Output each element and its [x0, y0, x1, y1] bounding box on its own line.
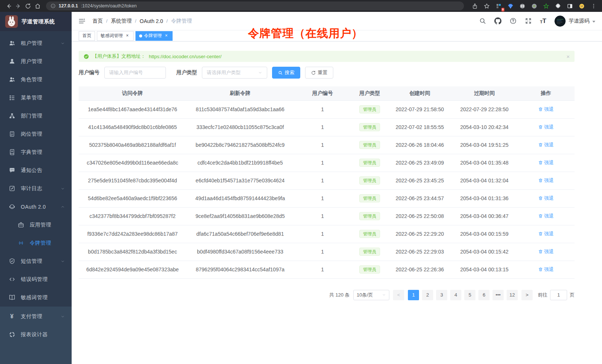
page-button-12[interactable]: 12	[507, 290, 518, 300]
next-page-button[interactable]: >	[521, 290, 533, 300]
star-extension-button[interactable]	[541, 1, 551, 11]
annotation-overlay: 令牌管理（在线用户）	[248, 26, 363, 41]
page-content: 【用户体系】文档地址：https://doc.iocoder.cn/user-c…	[72, 42, 602, 364]
force-logout-button[interactable]: 强退	[538, 195, 554, 202]
breadcrumb-item[interactable]: 系统管理	[111, 18, 132, 24]
page-button-6[interactable]: 6	[478, 290, 490, 300]
alert-doc-link[interactable]: https://doc.iocoder.cn/user-center/	[149, 54, 222, 59]
emoji-extension-button[interactable]	[577, 1, 586, 11]
badge-icon	[9, 131, 15, 138]
reload-button[interactable]	[23, 1, 33, 11]
expire-time-cell: 2022-07-29 22:28:50	[451, 100, 517, 118]
reload-icon	[25, 3, 31, 9]
action-cell: 强退	[517, 172, 575, 189]
command-extension-button[interactable]	[517, 1, 527, 11]
user-id-input[interactable]: 请输入用户编号	[104, 67, 166, 79]
header-search-button[interactable]	[479, 17, 486, 24]
chevron-down-icon	[60, 314, 65, 319]
create-time-cell: 2022-06-25 22:50:08	[388, 207, 451, 225]
tab-close-icon[interactable]: ×	[164, 33, 169, 39]
prev-page-button[interactable]: <	[393, 290, 404, 300]
pager-more-button[interactable]: •••	[493, 290, 504, 300]
force-logout-button[interactable]: 强退	[538, 159, 554, 166]
sidebar-item-menu[interactable]: 菜单管理	[0, 89, 72, 107]
force-logout-button[interactable]: 强退	[538, 177, 554, 184]
home-button[interactable]	[33, 1, 42, 11]
sidebar-item-post[interactable]: 岗位管理	[0, 125, 72, 143]
tab-令牌管理[interactable]: 令牌管理×	[135, 31, 173, 41]
sidebar-item-oauth2-token[interactable]: 令牌管理	[0, 234, 72, 252]
gem-extension-button[interactable]	[506, 1, 515, 11]
sidebar-item-errcode[interactable]: 错误码管理	[0, 270, 72, 288]
bookmark-star-button[interactable]	[482, 1, 491, 11]
user-id-cell: 1	[294, 261, 351, 278]
sidebar-item-report-designer[interactable]: 报表设计器	[0, 325, 72, 344]
reset-button[interactable]: 重置	[305, 67, 333, 79]
sidebar-item-audit-log[interactable]: 审计日志	[0, 179, 72, 198]
force-logout-button[interactable]: 强退	[538, 124, 554, 130]
force-logout-label: 强退	[544, 213, 554, 219]
split-screen-button[interactable]	[565, 1, 575, 11]
page-button-3[interactable]: 3	[436, 290, 447, 300]
sidebar-item-oauth2-app[interactable]: 应用管理	[0, 216, 72, 234]
sidebar-toggle-button[interactable]	[78, 17, 86, 25]
goto-page-input[interactable]: 1	[550, 290, 567, 300]
forward-button[interactable]	[13, 1, 23, 11]
action-cell: 强退	[517, 118, 575, 136]
tab-敏感词管理[interactable]: 敏感词管理×	[97, 31, 134, 41]
site-info-icon[interactable]	[50, 3, 56, 9]
sidebar-item-notice[interactable]: 通知公告	[0, 161, 72, 179]
user-menu[interactable]: 芋道源码	[554, 16, 595, 27]
force-logout-button[interactable]: 强退	[538, 142, 554, 148]
force-logout-button[interactable]: 强退	[538, 231, 554, 237]
page-size-select[interactable]: 10条/页	[353, 290, 389, 300]
docs-help-button[interactable]	[510, 17, 517, 24]
alert-close-icon[interactable]: ×	[566, 53, 570, 60]
breadcrumb-item[interactable]: 首页	[92, 18, 103, 24]
url-bar[interactable]: 127.0.0.1:1024/system/oauth2/token	[46, 1, 464, 10]
github-link-button[interactable]	[494, 17, 501, 24]
search-button[interactable]: 搜索	[272, 67, 300, 79]
font-size-button[interactable]: TT	[540, 18, 546, 24]
fullscreen-button[interactable]	[525, 17, 532, 24]
sidebar-item-dict[interactable]: 字典管理	[0, 143, 72, 161]
page-button-1[interactable]: 1	[408, 290, 419, 300]
user-type-cell: 管理员	[351, 154, 388, 172]
app-logo[interactable]: 芋道管理系统	[0, 12, 72, 31]
force-logout-button[interactable]: 强退	[538, 248, 554, 255]
dict-icon	[9, 149, 15, 156]
share-button[interactable]	[470, 1, 480, 11]
user-type-select[interactable]: 请选择用户类型	[202, 67, 267, 79]
browser-menu-button[interactable]	[589, 1, 598, 11]
access-token-cell: c342377bf8b344799dcbf7bf095287f2	[79, 207, 186, 225]
share-icon	[472, 3, 478, 9]
page-button-4[interactable]: 4	[450, 290, 461, 300]
tab-close-icon[interactable]: ×	[125, 33, 130, 39]
sidebar-item-user[interactable]: 用户管理	[0, 52, 72, 70]
circle-extension-button[interactable]	[529, 1, 539, 11]
extension-grid-button[interactable]: 9	[494, 1, 503, 11]
sidebar-item-tenant[interactable]: 租户管理	[0, 34, 72, 52]
page-button-2[interactable]: 2	[422, 290, 433, 300]
sidebar-item-label: 报表设计器	[21, 331, 48, 338]
force-logout-button[interactable]: 强退	[538, 213, 554, 219]
page-button-5[interactable]: 5	[464, 290, 475, 300]
sidebar-item-oauth2[interactable]: OAuth 2.0	[0, 198, 72, 216]
pagination-total: 共 120 条	[329, 292, 350, 298]
user-type-tag: 管理员	[359, 176, 380, 185]
force-logout-button[interactable]: 强退	[538, 106, 554, 113]
open-book-icon	[9, 294, 15, 301]
extensions-puzzle-button[interactable]	[553, 1, 563, 11]
sidebar-item-pay[interactable]: ¥支付管理	[0, 307, 72, 325]
refresh-token-cell: dfa6c71a50a54c66bef706ef9e6e8d81	[186, 225, 294, 243]
sidebar-item-role[interactable]: 角色管理	[0, 70, 72, 89]
user-type-cell: 管理员	[351, 172, 388, 189]
sidebar-item-sms[interactable]: 短信管理	[0, 252, 72, 270]
sidebar-item-dept[interactable]: 部门管理	[0, 107, 72, 125]
tab-首页[interactable]: 首页	[79, 31, 95, 41]
sidebar-item-sensitive-word[interactable]: 敏感词管理	[0, 288, 72, 307]
back-button[interactable]	[4, 1, 13, 11]
trash-icon	[538, 142, 543, 147]
force-logout-button[interactable]: 强退	[538, 266, 554, 273]
breadcrumb-item[interactable]: OAuth 2.0	[140, 18, 163, 24]
